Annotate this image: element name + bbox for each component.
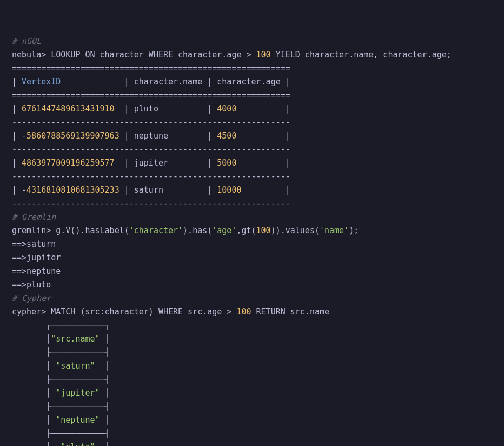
box-mid4: ├───────────┤	[46, 429, 109, 438]
cr0p1: │	[46, 361, 56, 371]
gremlin-m1: ).has(	[183, 226, 212, 235]
r2-pre: |	[12, 158, 22, 168]
cr2p2: │	[100, 415, 110, 425]
gremlin-m2: ,gt(	[236, 226, 256, 235]
cypher-header: "src.name"	[51, 334, 100, 344]
box-indent2	[12, 334, 46, 344]
r2-id: 4863977009196259577	[22, 158, 115, 168]
box-top: ┌───────────┐	[46, 320, 109, 330]
r1-mid: | neptune |	[120, 131, 217, 141]
gremlin-res0: ==>saturn	[12, 239, 56, 249]
box-indent7	[12, 402, 46, 411]
box-mid3: ├───────────┤	[46, 402, 109, 411]
box-indent10	[12, 442, 46, 446]
cypher-prompt: cypher> MATCH (src:character) WHERE src.…	[12, 307, 236, 317]
r3-id: 4316810810681305233	[26, 185, 120, 195]
box-indent5	[12, 375, 46, 384]
gremlin-s3: 'name'	[320, 226, 349, 235]
gremlin-end: );	[349, 226, 359, 235]
code-block: # nGQL nebula> LOOKUP ON character WHERE…	[12, 35, 492, 446]
box-indent9	[12, 429, 46, 438]
r3-end: |	[241, 185, 290, 195]
r2-mid: | jupiter |	[115, 158, 217, 168]
r1-id: 5860788569139907963	[26, 131, 120, 141]
r0-mid: | pluto |	[115, 104, 217, 114]
gremlin-prompt: gremlin> g.V().hasLabel(	[12, 226, 129, 235]
divider-d3: ----------------------------------------…	[12, 172, 290, 181]
cr0p2: │	[95, 361, 110, 371]
header-rest: | character.name | character.age |	[61, 77, 290, 87]
cr1p2: │	[100, 388, 110, 398]
cr0v: "saturn"	[56, 361, 95, 371]
cr2p1: │	[46, 415, 56, 425]
ngql-query-before: LOOKUP ON character WHERE character.age …	[51, 50, 256, 60]
gremlin-comment: # Gremlin	[12, 212, 56, 222]
box-mid2: ├───────────┤	[46, 375, 109, 384]
gremlin-s1: 'character'	[129, 226, 183, 235]
r1-end: |	[236, 131, 290, 141]
divider-eq2: ========================================…	[12, 90, 290, 100]
r1-age: 4500	[217, 131, 236, 141]
r3-pre: | -	[12, 185, 26, 195]
divider-d2: ----------------------------------------…	[12, 145, 290, 154]
divider-eq: ========================================…	[12, 63, 290, 73]
cypher-comment: # Cypher	[12, 293, 51, 303]
box-indent6	[12, 388, 46, 398]
hp2: │	[100, 334, 110, 344]
gremlin-s2: 'age'	[212, 226, 236, 235]
cr2v: "neptune"	[56, 415, 100, 425]
divider-d4: ----------------------------------------…	[12, 199, 290, 208]
ngql-comment: # nGQL	[12, 36, 41, 46]
nebula-prompt: nebula>	[12, 50, 51, 60]
box-indent3	[12, 347, 46, 357]
cr1p1: │	[46, 388, 56, 398]
gremlin-n1: 100	[256, 226, 271, 235]
r2-age: 5000	[217, 158, 236, 168]
r2-end: |	[236, 158, 290, 168]
vertex-id-header: VertexID	[22, 77, 61, 87]
box-mid1: ├───────────┤	[46, 347, 109, 357]
ngql-query-after: YIELD character.name, character.age;	[271, 50, 452, 60]
cypher-value: 100	[236, 307, 251, 317]
box-indent8	[12, 415, 46, 425]
cr3v: "pluto"	[61, 442, 95, 446]
r1-pre: | -	[12, 131, 26, 141]
gremlin-res1: ==>jupiter	[12, 253, 61, 263]
box-indent	[12, 320, 46, 330]
gremlin-res2: ==>neptune	[12, 266, 61, 276]
divider-d1: ----------------------------------------…	[12, 117, 290, 127]
r0-end: |	[236, 104, 290, 114]
r3-age: 10000	[217, 185, 241, 195]
hp1: │	[46, 334, 51, 344]
r0-pre: |	[12, 104, 22, 114]
gremlin-m3: )).values(	[271, 226, 320, 235]
cypher-rest: RETURN src.name	[251, 307, 330, 317]
r3-mid: | saturn |	[120, 185, 217, 195]
gremlin-res3: ==>pluto	[12, 280, 51, 290]
box-indent4	[12, 361, 46, 371]
cr3p1: │	[46, 442, 61, 446]
ngql-query-value: 100	[256, 50, 271, 60]
header-pipe1: |	[12, 77, 22, 87]
cr3p2: │	[95, 442, 110, 446]
r0-age: 4000	[217, 104, 236, 114]
cr1v: "jupiter"	[56, 388, 100, 398]
r0-id: 6761447489613431910	[22, 104, 115, 114]
